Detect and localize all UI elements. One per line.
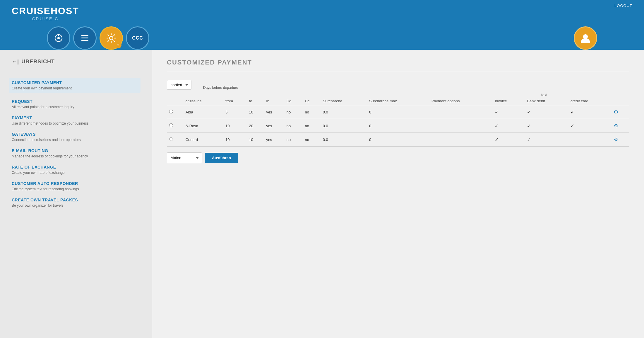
- dashboard-icon: [53, 33, 64, 43]
- cell-payment-options: [429, 119, 493, 133]
- svg-point-1: [57, 37, 60, 39]
- sidebar-item-desc-payment: Use different methodes to optimize your …: [12, 121, 141, 125]
- cell-bank-debit: ✓: [525, 119, 568, 133]
- action-select[interactable]: Aktion: [167, 152, 202, 163]
- th-invoice: Invoice: [492, 97, 525, 105]
- cell-to: 10: [247, 133, 264, 147]
- days-before-departure-header: Days before departure: [203, 86, 238, 90]
- text-label-row: text: [167, 93, 629, 97]
- sidebar-item-title-create-own-travel-packes: CREATE OWN TRAVEL PACKES: [12, 198, 141, 202]
- nav-icons: 2 CCC: [47, 26, 149, 50]
- cell-cruiseline: A-Rosa: [183, 119, 223, 133]
- sidebar-item-request[interactable]: REQUESTAll relevant points for a custome…: [12, 99, 141, 109]
- logo-area: CRUISEHOST CRUISE C: [12, 6, 79, 21]
- th-in: In: [264, 97, 284, 105]
- data-table: cruiseline from to In Dd Cc Surcharche S…: [167, 97, 629, 147]
- cell-from: 10: [223, 119, 247, 133]
- layout: ←| ÜBERSICHT CUSTOMIZED PAYMENTCreate yo…: [0, 50, 644, 338]
- gear-icon: [106, 33, 117, 44]
- main-content: CUSTOMIZED PAYMENT sortiert Days before …: [152, 50, 644, 338]
- sidebar-item-title-rate-of-exchange: RATE OF EXCHANGE: [12, 165, 141, 169]
- svg-rect-5: [81, 40, 88, 41]
- logout-button[interactable]: LOGOUT: [614, 4, 632, 8]
- sidebar-item-gateways[interactable]: GATEWAYSConnection to cruiselines and to…: [12, 132, 141, 142]
- cell-in: yes: [264, 105, 284, 119]
- cell-credit-card: ✓: [568, 119, 611, 133]
- sidebar-item-payment[interactable]: PAYMENTUse different methodes to optimiz…: [12, 116, 141, 125]
- cell-invoice: ✓: [492, 133, 525, 147]
- row-radio-1[interactable]: [169, 123, 173, 127]
- text-label: text: [541, 93, 629, 97]
- nav-icon-dashboard[interactable]: [47, 26, 70, 50]
- th-from: from: [223, 97, 247, 105]
- sidebar-item-title-customer-auto-responder: CUSTOMER AUTO RESPONDER: [12, 181, 141, 186]
- svg-point-6: [109, 36, 113, 40]
- sidebar-item-desc-create-own-travel-packes: Be your own organizer for travels: [12, 203, 141, 208]
- sidebar-item-email-routing[interactable]: E-MAIL-ROUTINGManage the address of book…: [12, 148, 141, 158]
- cell-bank-debit: ✓: [525, 105, 568, 119]
- row-gear-button-0[interactable]: ⚙: [614, 109, 618, 115]
- th-payment-options: Payment options: [429, 97, 493, 105]
- sidebar-divider: [12, 71, 141, 71]
- row-radio-0[interactable]: [169, 110, 173, 113]
- th-actions: [611, 97, 629, 105]
- cell-to: 20: [247, 119, 264, 133]
- execute-button[interactable]: Ausführen: [205, 153, 238, 163]
- bank-debit-check: ✓: [527, 110, 531, 115]
- cell-cruiseline: Aida: [183, 105, 223, 119]
- row-gear-button-2[interactable]: ⚙: [614, 136, 618, 143]
- cell-gear: ⚙: [611, 133, 629, 147]
- row-gear-button-1[interactable]: ⚙: [614, 123, 618, 129]
- cell-from: 10: [223, 133, 247, 147]
- ccc-label: CCC: [132, 35, 143, 41]
- cell-cruiseline: Cunard: [183, 133, 223, 147]
- nav-icon-ccc[interactable]: CCC: [126, 26, 149, 50]
- cell-dd: no: [284, 105, 303, 119]
- sidebar-item-customer-auto-responder[interactable]: CUSTOMER AUTO RESPONDEREdit the system t…: [12, 181, 141, 191]
- cell-credit-card: [568, 133, 611, 147]
- cell-cc: no: [302, 119, 320, 133]
- svg-rect-3: [81, 35, 88, 36]
- cell-payment-options: [429, 133, 493, 147]
- sidebar-item-rate-of-exchange[interactable]: RATE OF EXCHANGECreate your own rate of …: [12, 165, 141, 175]
- sidebar-item-customized-payment[interactable]: CUSTOMIZED PAYMENTCreate your own paymen…: [9, 78, 141, 93]
- user-avatar[interactable]: [574, 26, 597, 50]
- bank-debit-check: ✓: [527, 137, 531, 142]
- cell-to: 10: [247, 105, 264, 119]
- cell-in: yes: [264, 119, 284, 133]
- list-icon: [80, 33, 90, 43]
- cell-surcharge-max: 0: [367, 105, 429, 119]
- row-radio-2[interactable]: [169, 137, 173, 141]
- action-row: Aktion Ausführen: [167, 152, 629, 163]
- nav-icon-gear[interactable]: 2: [100, 26, 123, 50]
- sidebar-item-create-own-travel-packes[interactable]: CREATE OWN TRAVEL PACKESBe your own orga…: [12, 198, 141, 208]
- th-credit-card: credit card: [568, 97, 611, 105]
- sidebar-item-title-gateways: GATEWAYS: [12, 132, 141, 137]
- cell-cc: no: [302, 133, 320, 147]
- sidebar-item-title-customized-payment: CUSTOMIZED PAYMENT: [12, 80, 138, 85]
- table-row: Aida510yesnono0.00✓✓✓⚙: [167, 105, 629, 119]
- sidebar-item-desc-customer-auto-responder: Edit the system text for resonding booki…: [12, 187, 141, 191]
- cell-surcharge: 0.0: [321, 119, 367, 133]
- logo-main: CRUISEHOST: [12, 6, 79, 16]
- sidebar-item-desc-customized-payment: Create your own payment requirement: [12, 86, 138, 90]
- radio-cell: [167, 133, 183, 147]
- sort-select[interactable]: sortiert: [167, 80, 191, 90]
- th-cruiseline: cruiseline: [183, 97, 223, 105]
- sidebar-item-desc-request: All relevant points for a customer inqui…: [12, 105, 141, 109]
- cell-bank-debit: ✓: [525, 133, 568, 147]
- cell-cc: no: [302, 105, 320, 119]
- table-controls: sortiert Days before departure: [167, 80, 629, 90]
- th-radio: [167, 97, 183, 105]
- table-header-row: cruiseline from to In Dd Cc Surcharche S…: [167, 97, 629, 105]
- cell-payment-options: [429, 105, 493, 119]
- logo-sub: CRUISE C: [12, 16, 79, 21]
- page-title: CUSTOMIZED PAYMENT: [167, 59, 629, 66]
- cell-from: 5: [223, 105, 247, 119]
- nav-icon-list[interactable]: [73, 26, 97, 50]
- th-dd: Dd: [284, 97, 303, 105]
- sidebar-back-button[interactable]: ←| ÜBERSICHT: [12, 59, 141, 65]
- th-to: to: [247, 97, 264, 105]
- main-divider: [167, 71, 629, 71]
- sidebar-item-desc-email-routing: Manage the address of bookings for your …: [12, 154, 141, 158]
